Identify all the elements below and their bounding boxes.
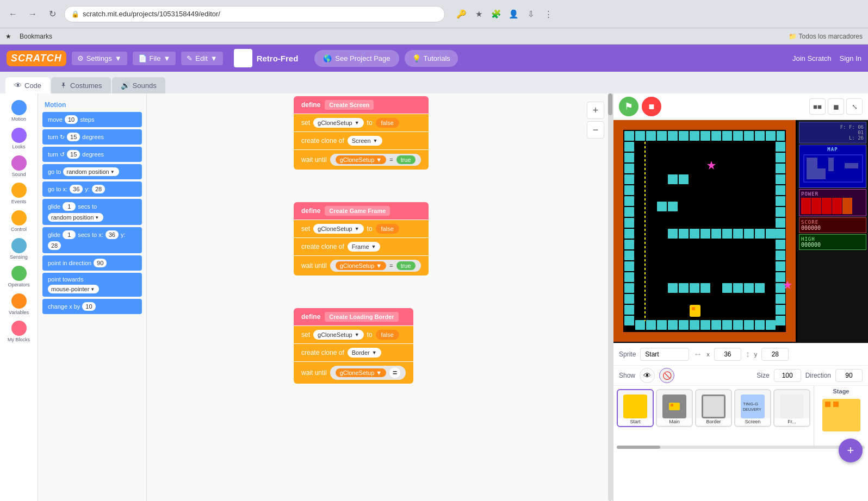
signin-button[interactable]: Sign In [840, 54, 861, 62]
svg-rect-22 [624, 164, 634, 173]
block-goto-xy[interactable]: go to x: 36 y: 28 [42, 181, 142, 197]
block-change-x[interactable]: change x by 10 [42, 299, 142, 314]
small-stage-button[interactable]: ■■ [809, 98, 826, 115]
green-flag-button[interactable]: ⚑ [619, 97, 638, 116]
category-myblocks[interactable]: My Blocks [2, 318, 36, 345]
svg-rect-16 [744, 131, 754, 141]
svg-rect-7 [646, 131, 656, 141]
sprite-thumb-fr[interactable]: Fr... [773, 389, 810, 427]
create-clone-screen[interactable]: create clone of Screen ▼ [294, 132, 429, 149]
sprite-icon-screen: TING-G DEUVERY [741, 394, 765, 418]
backdrop-thumb[interactable] [822, 399, 860, 431]
svg-rect-34 [624, 294, 634, 304]
sprite-thumb-border[interactable]: Border [695, 389, 732, 427]
minimap-svg [801, 152, 865, 185]
block-glide-xy[interactable]: glide 1 secs to x: 36 y: 28 [42, 227, 142, 253]
category-looks[interactable]: Looks [2, 126, 36, 152]
category-events[interactable]: Events [2, 180, 36, 207]
svg-rect-21 [624, 153, 634, 162]
y-coord-input[interactable] [761, 348, 789, 361]
profile-icon[interactable]: 👤 [506, 7, 521, 22]
svg-rect-45 [776, 229, 785, 239]
address-bar[interactable]: 🔒 scratch.mit.edu/projects/1053158449/ed… [64, 6, 445, 22]
code-workspace[interactable]: define Create Screen set gCloneSetup ▼ t… [147, 93, 612, 501]
normal-stage-button[interactable]: ◼ [828, 98, 844, 115]
block-turn-cw[interactable]: turn ↻ 15 degrees [42, 129, 142, 145]
fullscreen-button[interactable]: ⤡ [846, 98, 863, 115]
tab-sounds[interactable]: 🔊 Sounds [112, 77, 165, 93]
sprite-thumb-main[interactable]: Main [656, 389, 693, 427]
block-point-towards[interactable]: point towards mouse-pointer [42, 273, 142, 297]
forward-button[interactable]: → [25, 7, 40, 22]
settings-button[interactable]: ⚙ Settings ▼ [72, 52, 127, 65]
set-gclonesetup-false-2[interactable]: set gCloneSetup ▼ to false [294, 220, 429, 237]
key-icon[interactable]: 🔑 [454, 7, 469, 22]
category-operators[interactable]: Operators [2, 264, 36, 290]
set-gclonesetup-false-1[interactable]: set gCloneSetup ▼ to false [294, 114, 429, 131]
tab-costumes[interactable]: 🖈 Costumes [51, 77, 111, 93]
sprite-thumb-screen[interactable]: TING-G DEUVERY Screen [734, 389, 771, 427]
see-project-button[interactable]: 🌎 See Project Page [314, 50, 399, 67]
svg-rect-28 [624, 229, 634, 239]
tutorials-button[interactable]: 💡 Tutorials [405, 50, 458, 67]
svg-rect-101 [828, 158, 834, 171]
chevron-down-icon-file: ▼ [163, 54, 170, 62]
sprite-thumb-start[interactable]: Start [617, 389, 654, 427]
stage-area: F: F: 06 01 L: 26 MAP [613, 120, 868, 343]
x-coord-input[interactable] [714, 348, 741, 361]
wait-until-2[interactable]: wait until gCloneSetup ▼ = true [294, 256, 429, 275]
svg-rect-23 [624, 174, 634, 184]
show-visible-button[interactable]: 👁 [640, 368, 655, 383]
svg-rect-55 [646, 320, 656, 330]
svg-rect-43 [776, 207, 785, 217]
block-glide-to[interactable]: glide 1 secs to random position [42, 199, 142, 225]
zoom-in-button[interactable]: + [587, 102, 604, 119]
svg-rect-79 [679, 174, 689, 184]
scratch-logo[interactable]: SCRATCH [7, 51, 66, 66]
file-button[interactable]: 📄 File ▼ [133, 52, 176, 65]
block-turn-ccw[interactable]: turn ↺ 15 degrees [42, 147, 142, 162]
costumes-icon: 🖈 [60, 81, 67, 90]
wait-until-1[interactable]: wait until gCloneSetup ▼ = true [294, 150, 429, 170]
block-goto[interactable]: go to random position [42, 164, 142, 179]
category-sound[interactable]: Sound [2, 153, 36, 180]
menu-icon[interactable]: ⋮ [541, 7, 556, 22]
svg-rect-33 [624, 283, 634, 293]
block-point-direction[interactable]: point in direction 90 [42, 255, 142, 271]
svg-rect-62 [722, 320, 732, 330]
set-gclonesetup-false-3[interactable]: set gCloneSetup ▼ to false [294, 326, 413, 343]
workspace-inner: define Create Screen set gCloneSetup ▼ t… [147, 93, 612, 501]
size-input[interactable] [774, 369, 801, 382]
scrollbar-thumb[interactable] [608, 93, 612, 115]
define-create-screen[interactable]: define Create Screen [294, 96, 429, 114]
sprite-name-input[interactable] [640, 348, 689, 361]
show-hidden-button[interactable]: 🚫 [659, 368, 674, 383]
wait-until-3[interactable]: wait until gCloneSetup ▼ = [294, 362, 413, 384]
category-sensing[interactable]: Sensing [2, 236, 36, 262]
direction-input[interactable] [835, 369, 863, 382]
svg-rect-60 [700, 320, 710, 330]
tab-code[interactable]: 👁 Code [5, 77, 50, 93]
create-clone-border[interactable]: create clone of Border ▼ [294, 344, 413, 361]
join-button[interactable]: Join Scratch [792, 54, 832, 62]
category-motion[interactable]: Motion [2, 98, 36, 124]
block-move[interactable]: move 10 steps [42, 112, 142, 127]
reload-button[interactable]: ↻ [45, 7, 60, 22]
edit-button[interactable]: ✎ Edit ▼ [181, 52, 222, 65]
hud-high: HIGH 000000 [799, 234, 866, 250]
add-sprite-button[interactable]: + [839, 439, 863, 462]
project-name[interactable]: Retro-Fred [257, 54, 299, 63]
zoom-out-button[interactable]: − [587, 121, 604, 139]
create-clone-frame[interactable]: create clone of Frame ▼ [294, 238, 429, 255]
game-svg [613, 120, 796, 342]
stop-button[interactable]: ■ [642, 97, 661, 116]
define-create-game-frame[interactable]: define Create Game Frame [294, 202, 429, 220]
download-icon[interactable]: ⇩ [523, 7, 538, 22]
bookmark-star-icon[interactable]: ★ [471, 7, 486, 22]
category-variables[interactable]: Variables [2, 291, 36, 318]
category-control[interactable]: Control [2, 208, 36, 235]
define-create-loading-border[interactable]: define Create Loading Border [294, 308, 413, 325]
back-button[interactable]: ← [5, 7, 21, 22]
svg-rect-70 [690, 229, 699, 239]
extensions-icon[interactable]: 🧩 [488, 7, 504, 22]
